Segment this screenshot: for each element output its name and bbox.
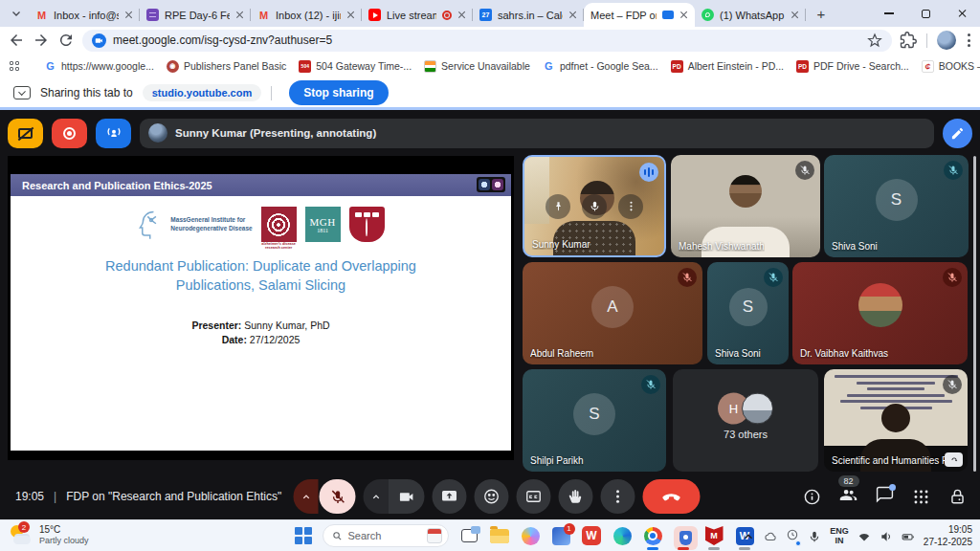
minimize-button[interactable] (871, 0, 907, 27)
tab-whatsapp[interactable]: (1) WhatsApp (695, 3, 806, 27)
tab-forms-feedback[interactable]: RPE Day-6 Feedback (140, 3, 251, 27)
bookmark-star-icon[interactable] (867, 33, 882, 48)
stop-sharing-button[interactable]: Stop sharing (289, 80, 388, 105)
task-view-button[interactable] (459, 526, 479, 546)
wifi-icon[interactable] (858, 530, 871, 543)
bookmarks-bar: Ghttps://www.google... ◉Publishers Panel… (0, 54, 980, 78)
close-icon[interactable] (457, 11, 466, 19)
captions-button[interactable] (517, 479, 551, 514)
volume-icon[interactable] (880, 530, 893, 543)
battery-icon[interactable] (902, 530, 915, 543)
participant-tile-vaibhav[interactable]: Dr. Vaibhav Kaithvas (792, 262, 968, 364)
slide-logos: MassGeneral Institute forNeurodegenerati… (11, 207, 511, 242)
bookmark-item[interactable]: 504504 Gateway Time-... (299, 60, 412, 73)
participant-tile-others[interactable]: H 73 others (673, 369, 818, 472)
hidden-icons-chevron[interactable] (742, 530, 755, 543)
annotation-pen-button[interactable] (943, 119, 972, 148)
pin-icon[interactable] (546, 194, 570, 219)
weather-widget[interactable]: 2 15°C Partly cloudy (10, 523, 89, 547)
participant-tile-abdul-raheem[interactable]: A Abdul Raheem (523, 262, 702, 364)
camera-toggle-button[interactable] (389, 479, 425, 514)
mic-mute-button[interactable] (320, 479, 356, 514)
mgh-logo: MGH1811 (305, 207, 341, 242)
chat-panel-button[interactable] (876, 486, 894, 508)
participant-tile-shilpi[interactable]: S Shilpi Parikh (523, 369, 666, 472)
profile-avatar[interactable] (937, 31, 956, 50)
mic-options-chevron[interactable] (294, 479, 319, 514)
tab-calendar[interactable]: 27 sahrs.in – Calendar - (473, 3, 584, 27)
camera-options-chevron[interactable] (364, 479, 389, 514)
address-bar[interactable]: meet.google.com/isg-cysd-znv?authuser=5 (82, 30, 892, 52)
presenting-warning-button[interactable] (8, 119, 43, 148)
start-button[interactable] (295, 527, 312, 544)
activities-grid-icon[interactable] (912, 488, 930, 506)
flip-camera-icon[interactable] (945, 452, 963, 467)
mcafee-button[interactable]: M (704, 526, 724, 546)
clock-widget[interactable]: 19:05 27-12-2025 (924, 524, 972, 548)
people-panel-button[interactable]: 82 (839, 486, 858, 508)
mic-icon[interactable] (582, 194, 607, 219)
forward-icon[interactable] (33, 32, 50, 49)
reload-icon[interactable] (57, 32, 75, 49)
participant-tile-sunny-kumar[interactable]: Sunny Kumar (523, 155, 666, 257)
language-indicator[interactable]: ENG IN (830, 527, 849, 546)
presenter-pill[interactable]: Sunny Kumar (Presenting, annotating) (140, 119, 934, 148)
copilot-button[interactable] (521, 526, 541, 546)
screen-share-icon (13, 86, 31, 99)
reactions-button[interactable] (475, 479, 509, 514)
present-button[interactable] (433, 479, 467, 514)
taskbar-search[interactable]: Search (323, 524, 449, 547)
bookmark-item[interactable]: PDPDF Drive - Search... (796, 60, 909, 73)
tab-search-icon[interactable] (6, 3, 27, 24)
tab-youtube-live[interactable]: Live streaming - (362, 3, 473, 27)
update-status-icon[interactable] (786, 528, 799, 545)
close-window-button[interactable] (944, 0, 980, 27)
apps-grid-icon[interactable] (10, 61, 19, 71)
bookmark-item[interactable]: PDAlbert Einstein - PD... (671, 60, 784, 73)
back-icon[interactable] (8, 32, 25, 49)
close-icon[interactable] (568, 11, 577, 19)
onedrive-icon[interactable] (764, 530, 777, 543)
close-icon[interactable] (679, 11, 688, 19)
new-tab-button[interactable]: + (810, 2, 833, 25)
more-options-button[interactable] (601, 479, 635, 514)
file-explorer-button[interactable] (490, 526, 510, 546)
tab-meet-active[interactable]: Meet – FDP on "F (584, 3, 695, 27)
microphone-tray-icon[interactable] (808, 530, 821, 543)
close-icon[interactable] (346, 11, 355, 19)
recorder-app-button[interactable] (674, 526, 694, 546)
maximize-button[interactable] (907, 0, 944, 27)
end-call-button[interactable] (643, 479, 701, 514)
bookmark-item[interactable]: Service Unavailable (424, 60, 530, 73)
host-controls-lock-icon[interactable] (948, 488, 967, 506)
participant-tile-scientific[interactable]: Scientific and Humanities R... (824, 369, 968, 472)
tiles-scrollbar[interactable] (973, 156, 976, 472)
bookmark-item[interactable]: ₵BOOKS – CSIR-NET... (922, 60, 980, 73)
meeting-details-icon[interactable] (803, 488, 821, 506)
edge-button[interactable] (612, 526, 633, 546)
participant-tile-shiva-soni-1[interactable]: S Shiva Soni (824, 155, 969, 257)
close-icon[interactable] (235, 11, 244, 19)
close-icon[interactable] (124, 11, 133, 19)
presenter-avatar (148, 123, 167, 143)
bookmark-item[interactable]: Gpdfnet - Google Sea... (543, 60, 658, 73)
tab-gmail-sahrs[interactable]: M Inbox - info@sahrs.i (29, 3, 140, 27)
mail-button[interactable]: 1 (551, 526, 571, 546)
bookmark-item[interactable]: ◉Publishers Panel Basic (167, 60, 286, 73)
tab-gmail-ijirg[interactable]: M Inbox (12) - ijirg.indi (251, 3, 362, 27)
clock: 19:05 (15, 490, 44, 503)
raise-hand-button[interactable] (559, 479, 593, 514)
bookmark-item[interactable]: Ghttps://www.google... (44, 60, 154, 73)
browser-menu-icon[interactable] (966, 32, 972, 48)
recording-indicator-button[interactable] (52, 119, 87, 148)
live-streaming-button[interactable] (96, 119, 131, 148)
participant-tile-shiva-soni-2[interactable]: S Shiva Soni (707, 262, 789, 364)
extensions-icon[interactable] (900, 32, 917, 49)
mic-off-icon (641, 375, 660, 394)
more-options-icon[interactable] (618, 194, 643, 219)
participant-tile-mahesh[interactable]: Mahesh Vishwanath (671, 155, 820, 257)
chrome-button[interactable] (643, 526, 663, 546)
wps-office-button[interactable]: W (582, 526, 602, 546)
close-icon[interactable] (791, 11, 799, 19)
meet-top-bar: Sunny Kumar (Presenting, annotating) (8, 118, 972, 148)
